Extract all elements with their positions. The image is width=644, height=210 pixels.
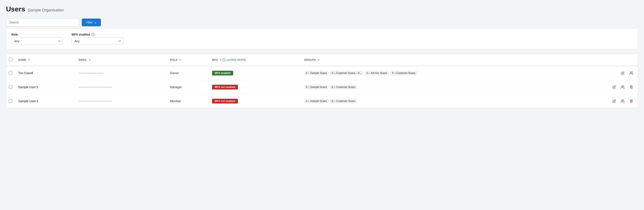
- table-body: Tim Cowell••••••••••••••••••OwnerMFA ena…: [6, 66, 638, 108]
- manage-groups-button[interactable]: [620, 98, 626, 104]
- filter-button[interactable]: Filter ▲: [82, 19, 101, 26]
- user-email-cell: ••••••••••••••••••: [75, 66, 166, 80]
- mfa-badge: MFA not enabled: [212, 99, 238, 103]
- user-actions-cell: [570, 94, 638, 108]
- edit-user-button[interactable]: [611, 98, 617, 104]
- group-tag: A – Sample Scans: [304, 71, 329, 75]
- edit-user-button[interactable]: [611, 84, 617, 90]
- col-email: EMAIL ⇅: [75, 54, 166, 66]
- user-mfa-cell: MFA not enabled: [209, 94, 301, 108]
- user-email: ••••••••••••••••••: [78, 72, 104, 75]
- manage-groups-button[interactable]: [620, 84, 626, 90]
- mfa-filter-select[interactable]: Any Yes No: [72, 38, 123, 45]
- user-role-cell: Manager: [166, 80, 209, 94]
- svg-point-0: [630, 72, 632, 73]
- user-name-cell: Sample User 5: [15, 80, 75, 94]
- actions-container: [574, 84, 634, 90]
- mfa-filter-group: MFA enabled i Any Yes No: [72, 33, 123, 45]
- col-mfa: MFA ⇅ i Learn more: [209, 54, 301, 66]
- filter-button-label: Filter: [86, 21, 93, 24]
- select-all-cell: [6, 54, 15, 66]
- row-checkbox-0[interactable]: [9, 71, 12, 75]
- actions-container: [574, 70, 634, 76]
- user-email-cell: ••••••••••••••••••••••••: [75, 94, 166, 108]
- groups-container: A – Sample ScansA – Customer Scans – A..…: [304, 71, 567, 75]
- mfa-filter-label: MFA enabled i: [72, 33, 123, 36]
- row-checkbox-cell: [6, 66, 15, 80]
- table-row: Sample User 5••••••••••••••••••••••••Man…: [6, 80, 638, 94]
- col-name: NAME ⇅: [15, 54, 75, 66]
- group-tag: E – Customer Scans: [330, 85, 357, 89]
- role-filter-group: Role Any Owner Manager Member: [12, 33, 63, 45]
- col-actions: [570, 54, 638, 66]
- email-sort-icon[interactable]: ⇅: [89, 59, 91, 61]
- table-header: NAME ⇅ EMAIL ⇅ ROLE ⇅: [6, 54, 638, 66]
- user-role: Owner: [170, 71, 179, 75]
- user-name: Sample User 5: [18, 85, 38, 89]
- mfa-badge: MFA enabled: [212, 71, 233, 75]
- svg-point-1: [622, 86, 623, 87]
- user-role: Member: [170, 99, 181, 103]
- name-sort-icon[interactable]: ⇅: [28, 59, 30, 61]
- user-groups-cell: A – Sample ScansE – Customer Scans: [301, 94, 570, 108]
- user-name-cell: Tim Cowell: [15, 66, 75, 80]
- col-groups: GROUPS ⇅: [301, 54, 570, 66]
- table-row: Sample User 4••••••••••••••••••••••••Mem…: [6, 94, 638, 108]
- users-table: NAME ⇅ EMAIL ⇅ ROLE ⇅: [6, 54, 638, 108]
- search-filter-row: Filter ▲: [6, 18, 638, 27]
- user-actions-cell: [570, 80, 638, 94]
- group-tag: E – Customer Scans: [330, 99, 357, 103]
- group-tag: A – Customer Scans: [390, 71, 417, 75]
- svg-point-2: [622, 99, 623, 101]
- group-tag: A – Ad Hoc Scans: [365, 71, 389, 75]
- org-name: Sample Organisation: [28, 8, 64, 13]
- user-groups-cell: A – Sample ScansA – Customer Scans – A..…: [301, 66, 570, 80]
- user-role-cell: Member: [166, 94, 209, 108]
- col-role: ROLE ⇅: [166, 54, 209, 66]
- table-row: Tim Cowell••••••••••••••••••OwnerMFA ena…: [6, 66, 638, 80]
- group-tag: A – Sample Scans: [304, 85, 329, 89]
- delete-user-button[interactable]: [628, 98, 634, 104]
- user-mfa-cell: MFA not enabled: [209, 80, 301, 94]
- filter-caret-icon: ▲: [94, 21, 96, 24]
- mfa-badge: MFA not enabled: [212, 85, 238, 89]
- mfa-col-info-icon[interactable]: i: [222, 58, 226, 62]
- row-checkbox-2[interactable]: [9, 99, 12, 103]
- mfa-sort-icon[interactable]: ⇅: [220, 59, 222, 61]
- role-filter-select[interactable]: Any Owner Manager Member: [12, 38, 63, 45]
- users-table-container: NAME ⇅ EMAIL ⇅ ROLE ⇅: [6, 54, 638, 108]
- page-title: Users: [6, 5, 25, 13]
- delete-user-button[interactable]: [628, 84, 634, 90]
- group-tag: A – Sample Scans: [304, 99, 329, 103]
- user-groups-cell: A – Sample ScansE – Customer Scans: [301, 80, 570, 94]
- user-name-cell: Sample User 4: [15, 94, 75, 108]
- mfa-help-icon[interactable]: i: [92, 33, 95, 36]
- page-header: Users Sample Organisation: [6, 5, 638, 13]
- user-role: Manager: [170, 85, 182, 89]
- role-sort-icon[interactable]: ⇅: [179, 59, 181, 61]
- filter-panel: Role Any Owner Manager Member MFA enable…: [6, 28, 638, 49]
- actions-container: [574, 98, 634, 104]
- user-name: Tim Cowell: [18, 71, 33, 75]
- user-role-cell: Owner: [166, 66, 209, 80]
- edit-user-button[interactable]: [620, 70, 626, 76]
- manage-groups-button[interactable]: [628, 70, 634, 76]
- user-mfa-cell: MFA enabled: [209, 66, 301, 80]
- user-actions-cell: [570, 66, 638, 80]
- user-name: Sample User 4: [18, 99, 38, 103]
- groups-container: A – Sample ScansE – Customer Scans: [304, 99, 567, 103]
- search-input[interactable]: [6, 18, 79, 27]
- user-email-cell: ••••••••••••••••••••••••: [75, 80, 166, 94]
- row-checkbox-cell: [6, 94, 15, 108]
- user-email: ••••••••••••••••••••••••: [78, 86, 112, 89]
- user-email: ••••••••••••••••••••••••: [78, 99, 112, 103]
- role-filter-label: Role: [12, 33, 63, 36]
- row-checkbox-cell: [6, 80, 15, 94]
- groups-container: A – Sample ScansE – Customer Scans: [304, 85, 567, 89]
- mfa-learn-more-link[interactable]: Learn more: [226, 58, 246, 61]
- select-all-checkbox[interactable]: [9, 58, 12, 61]
- row-checkbox-1[interactable]: [9, 85, 12, 89]
- groups-sort-icon[interactable]: ⇅: [318, 59, 320, 61]
- group-tag: A – Customer Scans – A...: [330, 71, 364, 75]
